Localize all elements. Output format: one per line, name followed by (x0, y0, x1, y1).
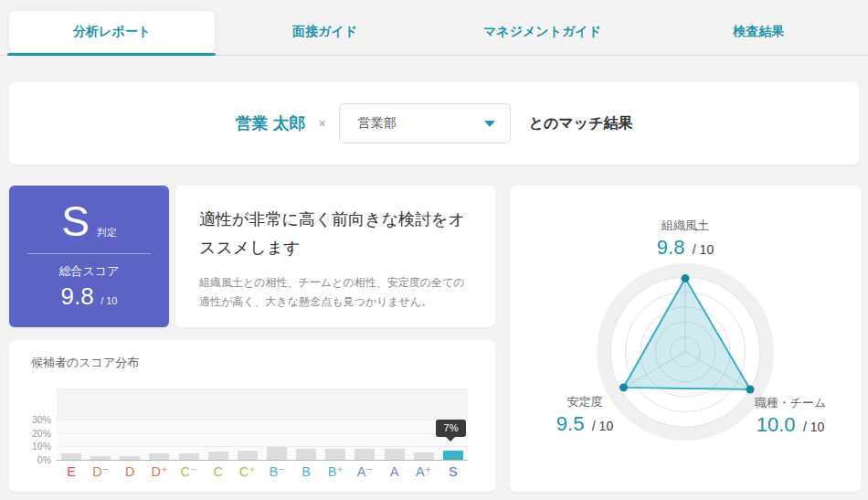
match-suffix-text: とのマッチ結果 (529, 114, 633, 133)
recommendation-headline: 適性が非常に高く前向きな検討をオススメします (199, 206, 471, 261)
bar-fill (179, 453, 199, 460)
bar-fill (267, 447, 287, 460)
recommendation-body: 組織風土との相性、チームとの相性、安定度の全ての適性が高く、大きな懸念点も見つか… (199, 273, 471, 312)
radar-axis-stability: 安定度 9.5 / 10 (556, 394, 613, 436)
grade-divider (27, 253, 151, 254)
bar[interactable] (321, 388, 350, 460)
axis-score-value: 10.0 (757, 413, 796, 436)
axis-label: 組織風土 (657, 218, 714, 234)
x-axis-label: D (115, 464, 144, 479)
bar-fill (296, 449, 316, 461)
times-symbol: × (318, 116, 325, 131)
radar-chart-card: 組織風土 9.8 / 10 職種・チーム 10.0 / 10 安定度 9.5 /… (510, 186, 861, 492)
tab-label: 面接ガイド (292, 24, 357, 40)
tab-management-guide[interactable]: マネジメントガイド (434, 11, 651, 52)
bar-tooltip-arrow (446, 437, 455, 441)
x-axis-labels: ED⁻DD⁺C⁻CC⁺B⁻BB⁺A⁻AA⁺S (57, 464, 468, 479)
active-tab-underline (7, 53, 216, 56)
axis-score-value: 9.8 (657, 236, 685, 259)
department-select-value: 営業部 (358, 115, 397, 132)
bar-fill (61, 453, 81, 460)
bar[interactable] (57, 388, 86, 460)
y-axis-tick: 30% (11, 414, 51, 425)
tab-label: 分析レポート (73, 24, 151, 40)
bar[interactable] (409, 388, 439, 460)
bar[interactable] (204, 388, 233, 460)
bar[interactable] (144, 388, 174, 460)
overall-grade-card: S 判定 総合スコア 9.8 / 10 (9, 186, 169, 327)
axis-label: 安定度 (556, 394, 613, 410)
x-axis-label: B⁻ (262, 464, 291, 479)
bar-tooltip: 7% (436, 420, 466, 437)
bar-fill (355, 449, 375, 461)
x-axis-label: D⁻ (86, 464, 115, 479)
score-distribution-card: 候補者のスコア分布 0% 10% 20% 30% ED⁻DD⁺C⁻CC⁺B⁻BB… (9, 340, 495, 492)
axis-score-value: 9.5 (556, 412, 585, 435)
radar-axis-culture: 組織風土 9.8 / 10 (657, 218, 714, 260)
x-axis-label: C⁺ (233, 464, 262, 479)
axis-label: 職種・チーム (755, 395, 827, 411)
tab-test-results[interactable]: 検査結果 (651, 11, 867, 52)
x-axis-label: B (291, 464, 321, 479)
bar[interactable] (175, 388, 204, 460)
tab-interview-guide[interactable]: 面接ガイド (217, 11, 433, 52)
bar[interactable] (380, 388, 409, 460)
total-score-denominator: / 10 (101, 295, 117, 306)
x-axis-label: E (57, 464, 86, 479)
tab-analysis-report[interactable]: 分析レポート (9, 11, 215, 52)
bar[interactable] (115, 388, 144, 460)
highlighted-bar (443, 451, 463, 460)
candidate-name-link[interactable]: 営業 太郎 (235, 112, 305, 134)
total-score-value: 9.8 (61, 282, 94, 310)
bar-fill (325, 449, 345, 461)
y-axis-tick: 0% (11, 454, 51, 465)
bar[interactable] (233, 388, 262, 460)
total-score-label: 総合スコア (9, 263, 169, 280)
bar-fill (385, 449, 405, 461)
x-axis-label: A (380, 464, 409, 479)
x-axis-label: S (439, 464, 468, 479)
axis-score-denominator: / 10 (803, 420, 824, 434)
x-axis-label: D⁺ (144, 464, 174, 479)
bar[interactable] (262, 388, 291, 460)
bar-fill (149, 453, 169, 460)
radar-axis-job-team: 職種・チーム 10.0 / 10 (755, 395, 827, 437)
tab-label: マネジメントガイド (483, 24, 601, 40)
bar[interactable] (291, 388, 321, 460)
tab-label: 検査結果 (734, 24, 785, 40)
x-axis-line (57, 460, 468, 461)
x-axis-label: A⁺ (409, 464, 439, 479)
x-axis-label: B⁺ (321, 464, 350, 479)
grade-label: 判定 (97, 226, 117, 239)
bar-fill (208, 452, 228, 460)
x-axis-label: C (204, 464, 233, 479)
bar-fill (238, 451, 258, 460)
department-select[interactable]: 営業部 (339, 103, 511, 144)
grade-letter: S (61, 193, 90, 250)
axis-score-denominator: / 10 (592, 419, 613, 433)
recommendation-card: 適性が非常に高く前向きな検討をオススメします 組織風土との相性、チームとの相性、… (175, 186, 495, 327)
tab-bar: 分析レポート 面接ガイド マネジメントガイド 検査結果 (0, 0, 868, 57)
bar[interactable] (350, 388, 379, 460)
bar[interactable] (86, 388, 115, 460)
x-axis-label: C⁻ (175, 464, 204, 479)
bar-fill (414, 452, 434, 460)
y-axis-tick: 20% (11, 428, 51, 439)
match-header-card: 営業 太郎 × 営業部 とのマッチ結果 (9, 82, 859, 165)
chevron-down-icon (484, 121, 495, 127)
x-axis-label: A⁻ (350, 464, 379, 479)
distribution-title: 候補者のスコア分布 (31, 355, 139, 371)
bars-row (57, 388, 468, 460)
axis-score-denominator: / 10 (693, 242, 714, 257)
y-axis-tick: 10% (11, 441, 51, 452)
